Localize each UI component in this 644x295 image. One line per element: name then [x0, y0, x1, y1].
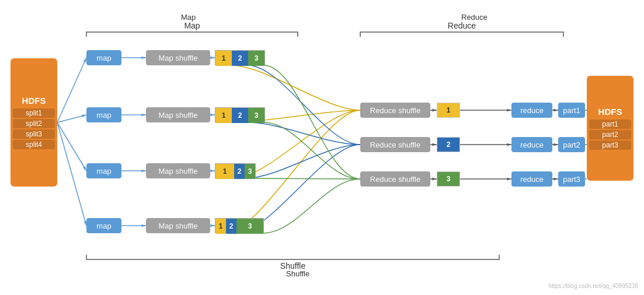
map-shuffle-1: Map shuffle: [146, 107, 210, 122]
seg-2-1: 1: [215, 164, 234, 179]
map-shuffle-2: Map shuffle: [146, 163, 210, 178]
hdfs-right: HDFS part1 part2 part3: [587, 76, 633, 181]
seg-0-1: 1: [215, 51, 232, 66]
seg-2-2: 2: [234, 164, 245, 179]
part1: part1: [589, 120, 631, 129]
seg-row-1: 1 2 3: [215, 107, 265, 122]
seg-row-2: 1 2 3: [215, 163, 256, 178]
part1-box: part1: [558, 103, 585, 118]
seg-row-3: 1 2 3: [215, 218, 264, 233]
seg-2-3: 3: [245, 164, 255, 179]
seg-0-2: 2: [232, 51, 248, 66]
hdfs-right-title: HDFS: [598, 107, 622, 117]
reduce-node-0: reduce: [511, 103, 552, 118]
reduce-seg-1: 1: [437, 103, 460, 118]
reduce-seg-2: 2: [437, 137, 460, 152]
map-shuffle-3: Map shuffle: [146, 218, 210, 233]
map-node-3: map: [86, 218, 121, 233]
seg-1-2: 2: [232, 108, 248, 123]
seg-3-1: 1: [215, 219, 226, 234]
map-shuffle-0: Map shuffle: [146, 50, 210, 65]
split2: split2: [13, 119, 55, 128]
split4: split4: [13, 140, 55, 149]
seg-3-3: 3: [236, 219, 263, 234]
shuffle-section-label: Shuffle: [286, 269, 309, 278]
map-node-1: map: [86, 107, 121, 122]
map-section-label: Map: [181, 13, 196, 22]
part2: part2: [589, 130, 631, 139]
seg-0-3: 3: [248, 51, 264, 66]
seg-1-1: 1: [215, 108, 232, 123]
part3-box: part3: [558, 171, 585, 187]
seg-1-3: 3: [248, 108, 264, 123]
watermark: https://blog.csdn.net/qq_40995238: [549, 283, 638, 289]
reduce-node-1: reduce: [511, 137, 552, 152]
reduce-shuffle-1: Reduce shuffle: [360, 137, 430, 152]
hdfs-left-title: HDFS: [22, 96, 46, 106]
map-node-0: map: [86, 50, 121, 65]
split3: split3: [13, 129, 55, 139]
reduce-shuffle-0: Reduce shuffle: [360, 103, 430, 118]
seg-3-2: 2: [226, 219, 236, 234]
reduce-seg-3: 3: [437, 171, 460, 187]
part2-box: part2: [558, 137, 585, 152]
part3: part3: [589, 141, 631, 150]
split1: split1: [13, 108, 55, 118]
reduce-node-2: reduce: [511, 171, 552, 187]
map-node-2: map: [86, 163, 121, 178]
reduce-section-label: Reduce: [461, 13, 488, 22]
hdfs-left: HDFS split1 split2 split3 split4: [11, 58, 57, 187]
reduce-shuffle-2: Reduce shuffle: [360, 171, 430, 187]
seg-row-0: 1 2 3: [215, 50, 265, 65]
